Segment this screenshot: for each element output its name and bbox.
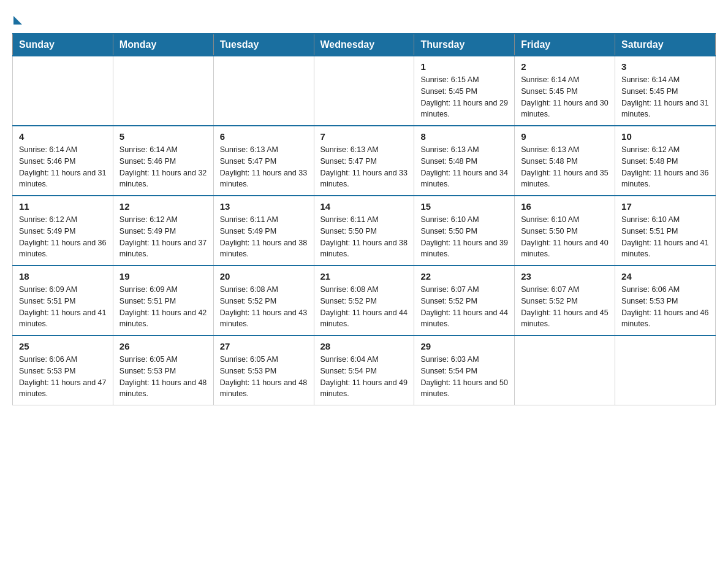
day-number: 13 (220, 201, 308, 212)
calendar-cell: 27Sunrise: 6:05 AMSunset: 5:53 PMDayligh… (213, 335, 314, 405)
calendar-cell: 14Sunrise: 6:11 AMSunset: 5:50 PMDayligh… (314, 196, 414, 266)
day-info: Sunrise: 6:06 AMSunset: 5:53 PMDaylight:… (19, 354, 107, 400)
calendar-cell: 29Sunrise: 6:03 AMSunset: 5:54 PMDayligh… (414, 335, 515, 405)
calendar-cell: 10Sunrise: 6:12 AMSunset: 5:48 PMDayligh… (615, 126, 716, 196)
day-info: Sunrise: 6:10 AMSunset: 5:50 PMDaylight:… (420, 214, 508, 260)
calendar-cell: 1Sunrise: 6:15 AMSunset: 5:45 PMDaylight… (414, 56, 515, 126)
calendar-cell: 16Sunrise: 6:10 AMSunset: 5:50 PMDayligh… (515, 196, 615, 266)
calendar-cell: 11Sunrise: 6:12 AMSunset: 5:49 PMDayligh… (13, 196, 113, 266)
day-number: 11 (19, 201, 107, 212)
day-info: Sunrise: 6:13 AMSunset: 5:47 PMDaylight:… (220, 144, 308, 190)
day-info: Sunrise: 6:12 AMSunset: 5:48 PMDaylight:… (621, 144, 709, 190)
day-info: Sunrise: 6:06 AMSunset: 5:53 PMDaylight:… (621, 284, 709, 330)
day-info: Sunrise: 6:12 AMSunset: 5:49 PMDaylight:… (119, 214, 207, 260)
weekday-header-friday: Friday (515, 34, 615, 56)
day-info: Sunrise: 6:11 AMSunset: 5:50 PMDaylight:… (320, 214, 408, 260)
day-info: Sunrise: 6:10 AMSunset: 5:51 PMDaylight:… (621, 214, 709, 260)
day-number: 4 (19, 131, 107, 142)
day-number: 10 (621, 131, 709, 142)
calendar-cell: 19Sunrise: 6:09 AMSunset: 5:51 PMDayligh… (113, 266, 213, 335)
calendar-cell (13, 56, 113, 126)
day-number: 23 (521, 271, 609, 282)
day-info: Sunrise: 6:11 AMSunset: 5:49 PMDaylight:… (220, 214, 308, 260)
day-info: Sunrise: 6:12 AMSunset: 5:49 PMDaylight:… (19, 214, 107, 260)
calendar-cell: 5Sunrise: 6:14 AMSunset: 5:46 PMDaylight… (113, 126, 213, 196)
day-number: 26 (119, 341, 207, 351)
calendar-cell: 25Sunrise: 6:06 AMSunset: 5:53 PMDayligh… (13, 335, 113, 405)
calendar-week-row: 1Sunrise: 6:15 AMSunset: 5:45 PMDaylight… (13, 56, 716, 126)
day-info: Sunrise: 6:09 AMSunset: 5:51 PMDaylight:… (19, 284, 107, 330)
day-info: Sunrise: 6:13 AMSunset: 5:48 PMDaylight:… (420, 144, 508, 190)
weekday-header-monday: Monday (113, 34, 213, 56)
calendar-cell (515, 335, 615, 405)
calendar-cell (615, 335, 716, 405)
day-number: 8 (420, 131, 508, 142)
weekday-header-thursday: Thursday (414, 34, 515, 56)
calendar-cell: 4Sunrise: 6:14 AMSunset: 5:46 PMDaylight… (13, 126, 113, 196)
calendar-cell: 26Sunrise: 6:05 AMSunset: 5:53 PMDayligh… (113, 335, 213, 405)
day-info: Sunrise: 6:07 AMSunset: 5:52 PMDaylight:… (521, 284, 609, 330)
day-number: 9 (521, 131, 609, 142)
day-number: 5 (119, 131, 207, 142)
day-info: Sunrise: 6:13 AMSunset: 5:48 PMDaylight:… (521, 144, 609, 190)
day-number: 15 (420, 201, 508, 212)
day-number: 17 (621, 201, 709, 212)
calendar-cell (113, 56, 213, 126)
calendar-week-row: 11Sunrise: 6:12 AMSunset: 5:49 PMDayligh… (13, 196, 716, 266)
day-number: 29 (420, 341, 508, 351)
weekday-header-sunday: Sunday (13, 34, 113, 56)
calendar-cell: 7Sunrise: 6:13 AMSunset: 5:47 PMDaylight… (314, 126, 414, 196)
calendar-cell (213, 56, 314, 126)
day-number: 14 (320, 201, 408, 212)
calendar-cell: 13Sunrise: 6:11 AMSunset: 5:49 PMDayligh… (213, 196, 314, 266)
day-number: 22 (420, 271, 508, 282)
day-info: Sunrise: 6:14 AMSunset: 5:46 PMDaylight:… (19, 144, 107, 190)
day-info: Sunrise: 6:14 AMSunset: 5:46 PMDaylight:… (119, 144, 207, 190)
day-number: 3 (621, 61, 709, 72)
calendar-cell: 28Sunrise: 6:04 AMSunset: 5:54 PMDayligh… (314, 335, 414, 405)
weekday-header-wednesday: Wednesday (314, 34, 414, 56)
day-info: Sunrise: 6:08 AMSunset: 5:52 PMDaylight:… (220, 284, 308, 330)
calendar-cell: 17Sunrise: 6:10 AMSunset: 5:51 PMDayligh… (615, 196, 716, 266)
calendar-cell: 15Sunrise: 6:10 AMSunset: 5:50 PMDayligh… (414, 196, 515, 266)
day-number: 7 (320, 131, 408, 142)
day-number: 27 (220, 341, 308, 351)
day-number: 6 (220, 131, 308, 142)
day-number: 1 (420, 61, 508, 72)
calendar-cell: 20Sunrise: 6:08 AMSunset: 5:52 PMDayligh… (213, 266, 314, 335)
day-number: 24 (621, 271, 709, 282)
day-info: Sunrise: 6:15 AMSunset: 5:45 PMDaylight:… (420, 74, 508, 120)
day-info: Sunrise: 6:08 AMSunset: 5:52 PMDaylight:… (320, 284, 408, 330)
calendar-cell (314, 56, 414, 126)
calendar-cell: 23Sunrise: 6:07 AMSunset: 5:52 PMDayligh… (515, 266, 615, 335)
day-info: Sunrise: 6:05 AMSunset: 5:53 PMDaylight:… (119, 354, 207, 400)
day-number: 16 (521, 201, 609, 212)
day-number: 2 (521, 61, 609, 72)
weekday-header-row: SundayMondayTuesdayWednesdayThursdayFrid… (13, 34, 716, 56)
day-number: 20 (220, 271, 308, 282)
weekday-header-saturday: Saturday (615, 34, 716, 56)
calendar-cell: 2Sunrise: 6:14 AMSunset: 5:45 PMDaylight… (515, 56, 615, 126)
day-number: 21 (320, 271, 408, 282)
day-number: 12 (119, 201, 207, 212)
calendar-cell: 22Sunrise: 6:07 AMSunset: 5:52 PMDayligh… (414, 266, 515, 335)
calendar-table: SundayMondayTuesdayWednesdayThursdayFrid… (12, 33, 716, 405)
day-info: Sunrise: 6:14 AMSunset: 5:45 PMDaylight:… (521, 74, 609, 120)
calendar-cell: 8Sunrise: 6:13 AMSunset: 5:48 PMDaylight… (414, 126, 515, 196)
calendar-cell: 18Sunrise: 6:09 AMSunset: 5:51 PMDayligh… (13, 266, 113, 335)
day-number: 19 (119, 271, 207, 282)
calendar-cell: 3Sunrise: 6:14 AMSunset: 5:45 PMDaylight… (615, 56, 716, 126)
day-info: Sunrise: 6:04 AMSunset: 5:54 PMDaylight:… (320, 354, 408, 400)
day-info: Sunrise: 6:14 AMSunset: 5:45 PMDaylight:… (621, 74, 709, 120)
calendar-week-row: 25Sunrise: 6:06 AMSunset: 5:53 PMDayligh… (13, 335, 716, 405)
calendar-cell: 24Sunrise: 6:06 AMSunset: 5:53 PMDayligh… (615, 266, 716, 335)
calendar-cell: 21Sunrise: 6:08 AMSunset: 5:52 PMDayligh… (314, 266, 414, 335)
day-info: Sunrise: 6:03 AMSunset: 5:54 PMDaylight:… (420, 354, 508, 400)
day-info: Sunrise: 6:10 AMSunset: 5:50 PMDaylight:… (521, 214, 609, 260)
calendar-week-row: 4Sunrise: 6:14 AMSunset: 5:46 PMDaylight… (13, 126, 716, 196)
calendar-cell: 6Sunrise: 6:13 AMSunset: 5:47 PMDaylight… (213, 126, 314, 196)
calendar-cell: 12Sunrise: 6:12 AMSunset: 5:49 PMDayligh… (113, 196, 213, 266)
page-header (12, 12, 716, 22)
logo-arrow-icon (13, 16, 22, 25)
day-info: Sunrise: 6:13 AMSunset: 5:47 PMDaylight:… (320, 144, 408, 190)
